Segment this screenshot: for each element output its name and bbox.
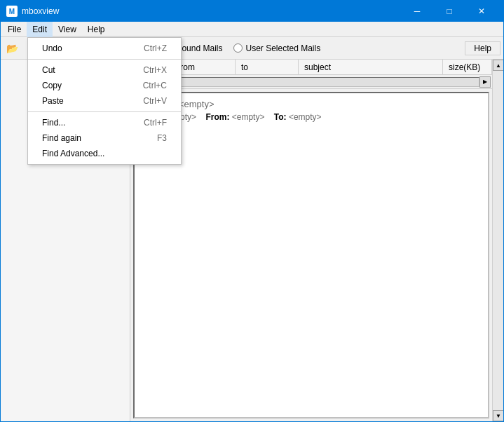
from-label: From: (205, 112, 229, 122)
menu-copy[interactable]: Copy Ctrl+C (28, 78, 181, 93)
col-header-to: to (236, 60, 299, 74)
menu-bar: File Edit View Help Undo Ctrl+Z Cut Ctrl… (1, 22, 503, 37)
maximize-button[interactable]: □ (433, 1, 465, 22)
email-header: Subject: <empty> Date: <empty> From: <em… (140, 99, 482, 122)
menu-separator-2 (28, 111, 181, 112)
email-preview: Subject: <empty> Date: <empty> From: <em… (133, 92, 489, 418)
to-value: <empty> (289, 112, 322, 122)
col-header-size: size(KB) (443, 60, 492, 74)
help-button[interactable]: Help (465, 41, 500, 55)
col-header-subject: subject (299, 60, 443, 74)
from-value: <empty> (232, 112, 265, 122)
app-icon: M (6, 6, 18, 17)
menu-help[interactable]: Help (82, 22, 111, 37)
menu-separator-1 (28, 59, 181, 60)
email-meta-line: Date: <empty> From: <empty> To: <empty> (140, 112, 482, 122)
scroll-down-button[interactable]: ▼ (493, 410, 503, 421)
menu-file[interactable]: File (2, 22, 27, 37)
toolbar-open-button[interactable]: 📂 (4, 40, 20, 57)
menu-view[interactable]: View (53, 22, 82, 37)
scroll-up-button[interactable]: ▲ (493, 60, 503, 71)
radio-selected-mails[interactable]: User Selected Mails (233, 43, 320, 53)
close-button[interactable]: ✕ (465, 1, 498, 22)
radio-selected-input[interactable] (233, 43, 243, 53)
vertical-scrollbar: ▲ ▼ (492, 60, 503, 421)
menu-find-again[interactable]: Find again F3 (28, 130, 181, 146)
col-header-from: from (172, 60, 236, 74)
minimize-button[interactable]: ─ (401, 1, 433, 22)
main-window: M mboxview ─ □ ✕ File Edit View Help Und… (0, 0, 504, 422)
subject-value: <empty> (179, 99, 214, 109)
right-panel: (local) from to subject size(KB) ◀ ▶ Sub… (130, 60, 492, 421)
edit-dropdown-menu: Undo Ctrl+Z Cut Ctrl+X Copy Ctrl+C Paste… (27, 37, 182, 165)
menu-paste[interactable]: Paste Ctrl+V (28, 93, 181, 109)
title-bar: M mboxview ─ □ ✕ (1, 1, 503, 22)
window-title: mboxview (22, 6, 401, 16)
menu-edit[interactable]: Edit (27, 22, 53, 37)
menu-cut[interactable]: Cut Ctrl+X (28, 62, 181, 78)
table-header: (local) from to subject size(KB) (130, 60, 492, 75)
scroll-right-button[interactable]: ▶ (479, 76, 491, 88)
menu-undo[interactable]: Undo Ctrl+Z (28, 41, 181, 56)
horizontal-scrollbar: ◀ ▶ (130, 75, 492, 89)
menu-find[interactable]: Find... Ctrl+F (28, 115, 181, 130)
window-controls: ─ □ ✕ (401, 1, 498, 22)
scroll-track[interactable] (143, 77, 479, 87)
to-label: To: (274, 112, 287, 122)
email-subject-line: Subject: <empty> (140, 99, 482, 109)
scrollbar-track[interactable] (493, 71, 503, 410)
menu-find-advanced[interactable]: Find Advanced... (28, 146, 181, 161)
